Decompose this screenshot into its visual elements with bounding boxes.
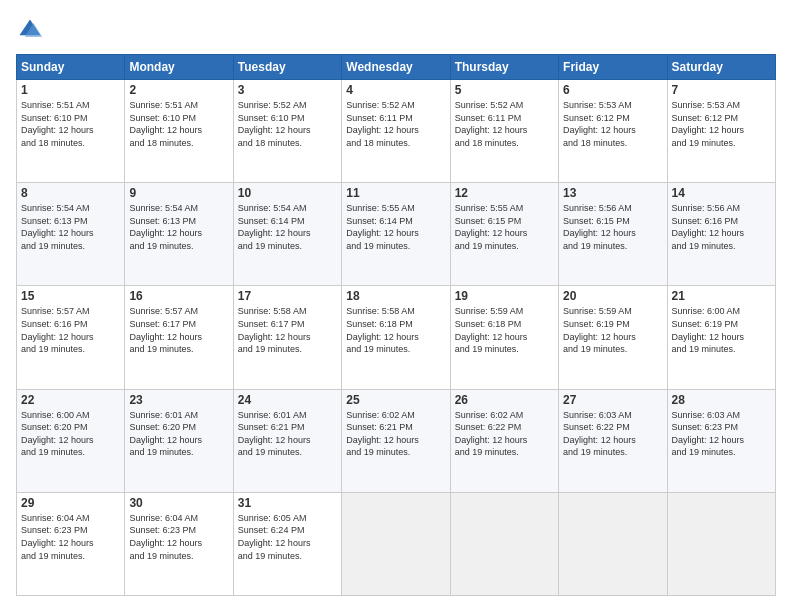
calendar-cell: 15Sunrise: 5:57 AMSunset: 6:16 PMDayligh…	[17, 286, 125, 389]
day-number: 12	[455, 186, 554, 200]
calendar-cell: 22Sunrise: 6:00 AMSunset: 6:20 PMDayligh…	[17, 389, 125, 492]
weekday-header-thursday: Thursday	[450, 55, 558, 80]
weekday-header-monday: Monday	[125, 55, 233, 80]
day-info: Sunrise: 5:57 AMSunset: 6:16 PMDaylight:…	[21, 305, 120, 355]
day-info: Sunrise: 5:51 AMSunset: 6:10 PMDaylight:…	[129, 99, 228, 149]
day-number: 17	[238, 289, 337, 303]
day-info: Sunrise: 5:58 AMSunset: 6:18 PMDaylight:…	[346, 305, 445, 355]
weekday-header-wednesday: Wednesday	[342, 55, 450, 80]
day-number: 3	[238, 83, 337, 97]
day-number: 9	[129, 186, 228, 200]
day-info: Sunrise: 6:01 AMSunset: 6:21 PMDaylight:…	[238, 409, 337, 459]
day-number: 7	[672, 83, 771, 97]
day-info: Sunrise: 5:55 AMSunset: 6:14 PMDaylight:…	[346, 202, 445, 252]
logo-icon	[16, 16, 44, 44]
calendar-cell	[667, 492, 775, 595]
calendar-cell: 2Sunrise: 5:51 AMSunset: 6:10 PMDaylight…	[125, 80, 233, 183]
day-number: 10	[238, 186, 337, 200]
day-number: 4	[346, 83, 445, 97]
logo	[16, 16, 48, 44]
calendar-cell	[342, 492, 450, 595]
day-number: 14	[672, 186, 771, 200]
weekday-header-tuesday: Tuesday	[233, 55, 341, 80]
day-info: Sunrise: 5:56 AMSunset: 6:15 PMDaylight:…	[563, 202, 662, 252]
day-number: 27	[563, 393, 662, 407]
calendar-cell: 16Sunrise: 5:57 AMSunset: 6:17 PMDayligh…	[125, 286, 233, 389]
day-number: 24	[238, 393, 337, 407]
header	[16, 16, 776, 44]
calendar-header-row: SundayMondayTuesdayWednesdayThursdayFrid…	[17, 55, 776, 80]
calendar-cell: 28Sunrise: 6:03 AMSunset: 6:23 PMDayligh…	[667, 389, 775, 492]
day-number: 6	[563, 83, 662, 97]
day-info: Sunrise: 5:54 AMSunset: 6:13 PMDaylight:…	[129, 202, 228, 252]
calendar-cell: 3Sunrise: 5:52 AMSunset: 6:10 PMDaylight…	[233, 80, 341, 183]
calendar-cell	[450, 492, 558, 595]
day-info: Sunrise: 5:56 AMSunset: 6:16 PMDaylight:…	[672, 202, 771, 252]
day-number: 16	[129, 289, 228, 303]
calendar-cell: 31Sunrise: 6:05 AMSunset: 6:24 PMDayligh…	[233, 492, 341, 595]
calendar-week-1: 1Sunrise: 5:51 AMSunset: 6:10 PMDaylight…	[17, 80, 776, 183]
weekday-header-sunday: Sunday	[17, 55, 125, 80]
calendar-cell: 24Sunrise: 6:01 AMSunset: 6:21 PMDayligh…	[233, 389, 341, 492]
day-info: Sunrise: 5:54 AMSunset: 6:13 PMDaylight:…	[21, 202, 120, 252]
day-info: Sunrise: 6:03 AMSunset: 6:23 PMDaylight:…	[672, 409, 771, 459]
day-info: Sunrise: 6:04 AMSunset: 6:23 PMDaylight:…	[21, 512, 120, 562]
calendar-cell: 30Sunrise: 6:04 AMSunset: 6:23 PMDayligh…	[125, 492, 233, 595]
day-number: 11	[346, 186, 445, 200]
calendar-cell: 8Sunrise: 5:54 AMSunset: 6:13 PMDaylight…	[17, 183, 125, 286]
calendar-cell	[559, 492, 667, 595]
day-info: Sunrise: 5:52 AMSunset: 6:11 PMDaylight:…	[455, 99, 554, 149]
weekday-header-friday: Friday	[559, 55, 667, 80]
day-number: 2	[129, 83, 228, 97]
calendar-cell: 1Sunrise: 5:51 AMSunset: 6:10 PMDaylight…	[17, 80, 125, 183]
calendar-cell: 11Sunrise: 5:55 AMSunset: 6:14 PMDayligh…	[342, 183, 450, 286]
day-number: 8	[21, 186, 120, 200]
calendar-cell: 10Sunrise: 5:54 AMSunset: 6:14 PMDayligh…	[233, 183, 341, 286]
day-number: 23	[129, 393, 228, 407]
day-info: Sunrise: 5:57 AMSunset: 6:17 PMDaylight:…	[129, 305, 228, 355]
weekday-header-saturday: Saturday	[667, 55, 775, 80]
day-number: 15	[21, 289, 120, 303]
day-info: Sunrise: 5:54 AMSunset: 6:14 PMDaylight:…	[238, 202, 337, 252]
calendar-cell: 13Sunrise: 5:56 AMSunset: 6:15 PMDayligh…	[559, 183, 667, 286]
calendar-cell: 17Sunrise: 5:58 AMSunset: 6:17 PMDayligh…	[233, 286, 341, 389]
day-number: 20	[563, 289, 662, 303]
day-info: Sunrise: 6:04 AMSunset: 6:23 PMDaylight:…	[129, 512, 228, 562]
day-info: Sunrise: 5:53 AMSunset: 6:12 PMDaylight:…	[672, 99, 771, 149]
day-info: Sunrise: 5:59 AMSunset: 6:19 PMDaylight:…	[563, 305, 662, 355]
calendar-cell: 12Sunrise: 5:55 AMSunset: 6:15 PMDayligh…	[450, 183, 558, 286]
calendar-cell: 9Sunrise: 5:54 AMSunset: 6:13 PMDaylight…	[125, 183, 233, 286]
day-info: Sunrise: 6:05 AMSunset: 6:24 PMDaylight:…	[238, 512, 337, 562]
calendar-cell: 18Sunrise: 5:58 AMSunset: 6:18 PMDayligh…	[342, 286, 450, 389]
calendar-cell: 20Sunrise: 5:59 AMSunset: 6:19 PMDayligh…	[559, 286, 667, 389]
calendar-table: SundayMondayTuesdayWednesdayThursdayFrid…	[16, 54, 776, 596]
day-number: 28	[672, 393, 771, 407]
calendar-week-3: 15Sunrise: 5:57 AMSunset: 6:16 PMDayligh…	[17, 286, 776, 389]
day-info: Sunrise: 5:53 AMSunset: 6:12 PMDaylight:…	[563, 99, 662, 149]
day-number: 1	[21, 83, 120, 97]
day-number: 19	[455, 289, 554, 303]
calendar-week-5: 29Sunrise: 6:04 AMSunset: 6:23 PMDayligh…	[17, 492, 776, 595]
page: SundayMondayTuesdayWednesdayThursdayFrid…	[0, 0, 792, 612]
calendar-cell: 7Sunrise: 5:53 AMSunset: 6:12 PMDaylight…	[667, 80, 775, 183]
day-number: 30	[129, 496, 228, 510]
day-info: Sunrise: 6:03 AMSunset: 6:22 PMDaylight:…	[563, 409, 662, 459]
day-number: 22	[21, 393, 120, 407]
day-number: 5	[455, 83, 554, 97]
day-info: Sunrise: 6:02 AMSunset: 6:22 PMDaylight:…	[455, 409, 554, 459]
day-number: 21	[672, 289, 771, 303]
calendar-week-4: 22Sunrise: 6:00 AMSunset: 6:20 PMDayligh…	[17, 389, 776, 492]
day-info: Sunrise: 5:55 AMSunset: 6:15 PMDaylight:…	[455, 202, 554, 252]
day-info: Sunrise: 6:00 AMSunset: 6:20 PMDaylight:…	[21, 409, 120, 459]
day-info: Sunrise: 5:59 AMSunset: 6:18 PMDaylight:…	[455, 305, 554, 355]
day-info: Sunrise: 5:58 AMSunset: 6:17 PMDaylight:…	[238, 305, 337, 355]
day-info: Sunrise: 6:00 AMSunset: 6:19 PMDaylight:…	[672, 305, 771, 355]
calendar-cell: 21Sunrise: 6:00 AMSunset: 6:19 PMDayligh…	[667, 286, 775, 389]
calendar-cell: 29Sunrise: 6:04 AMSunset: 6:23 PMDayligh…	[17, 492, 125, 595]
day-number: 29	[21, 496, 120, 510]
day-info: Sunrise: 5:52 AMSunset: 6:10 PMDaylight:…	[238, 99, 337, 149]
day-number: 13	[563, 186, 662, 200]
calendar-cell: 6Sunrise: 5:53 AMSunset: 6:12 PMDaylight…	[559, 80, 667, 183]
day-number: 25	[346, 393, 445, 407]
day-number: 18	[346, 289, 445, 303]
